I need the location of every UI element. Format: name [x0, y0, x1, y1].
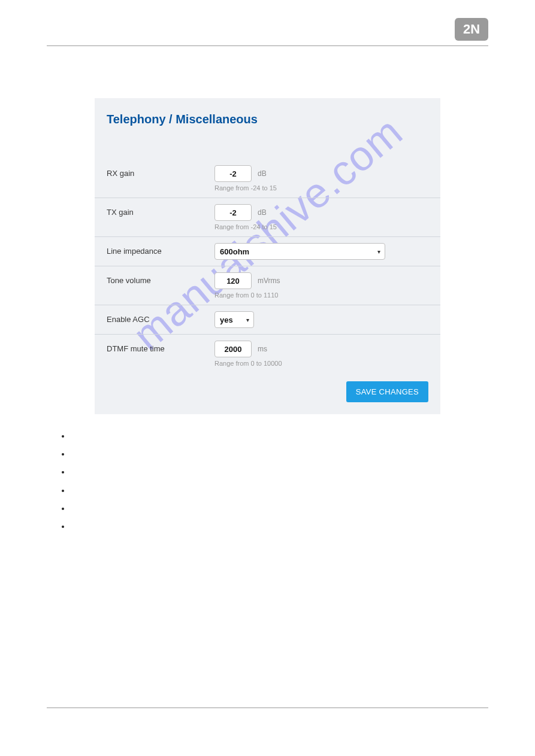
- list-item: Line impedance – set the FXS line impeda…: [71, 467, 488, 478]
- rx-gain-label: RX gain: [107, 165, 214, 178]
- enable-agc-label: Enable AGC: [107, 311, 214, 324]
- tx-gain-unit: dB: [258, 208, 267, 217]
- description-list: RX gain – set the gain for GSM reception…: [47, 414, 488, 532]
- field-rx-gain: RX gain dB Range from -24 to 15: [95, 159, 440, 198]
- enable-agc-select[interactable]: yes: [214, 311, 254, 328]
- config-panel: Telephony / Miscellaneous RX gain dB Ran…: [95, 98, 440, 414]
- brand-logo: 2N: [455, 18, 488, 41]
- field-tone-volume: Tone volume mVrms Range from 0 to 1110: [95, 266, 440, 305]
- tone-volume-label: Tone volume: [107, 272, 214, 285]
- panel-title: Telephony / Miscellaneous: [95, 98, 440, 159]
- page-footer: [47, 708, 488, 714]
- line-impedance-label: Line impedance: [107, 243, 214, 256]
- rx-gain-input[interactable]: [214, 165, 252, 182]
- save-changes-button[interactable]: SAVE CHANGES: [346, 381, 428, 402]
- field-dtmf-mute: DTMF mute time ms Range from 0 to 10000: [95, 335, 440, 373]
- button-row: SAVE CHANGES: [95, 373, 440, 414]
- tx-gain-label: TX gain: [107, 204, 214, 217]
- tx-gain-input[interactable]: [214, 204, 252, 221]
- tone-volume-unit: mVrms: [258, 277, 280, 285]
- field-line-impedance: Line impedance 600ohm ▾: [95, 237, 440, 266]
- section-heading: Miscellaneous: [50, 70, 488, 80]
- list-item: Enable AGC – enable/disable Automatic Ga…: [71, 503, 488, 514]
- list-item: DTMF mute time – set the DTMF detector p…: [71, 521, 488, 532]
- list-item: RX gain – set the gain for GSM reception…: [71, 431, 488, 442]
- rx-gain-unit: dB: [258, 169, 267, 178]
- dtmf-mute-unit: ms: [258, 345, 267, 353]
- rx-gain-hint: Range from -24 to 15: [214, 184, 277, 192]
- tone-volume-input[interactable]: [214, 272, 252, 289]
- tone-volume-hint: Range from 0 to 1110: [214, 292, 280, 299]
- dtmf-mute-input[interactable]: [214, 341, 252, 357]
- list-item: TX gain – set the gain for GSM transmiss…: [71, 449, 488, 460]
- page-header: 2N: [47, 18, 488, 46]
- list-item: Tone volume – set the FXS line tone volu…: [71, 485, 488, 496]
- tx-gain-hint: Range from -24 to 15: [214, 223, 277, 230]
- dtmf-mute-label: DTMF mute time: [107, 341, 214, 353]
- field-enable-agc: Enable AGC yes ▾: [95, 305, 440, 335]
- field-tx-gain: TX gain dB Range from -24 to 15: [95, 198, 440, 237]
- line-impedance-select[interactable]: 600ohm: [214, 243, 385, 260]
- dtmf-mute-hint: Range from 0 to 10000: [214, 360, 282, 367]
